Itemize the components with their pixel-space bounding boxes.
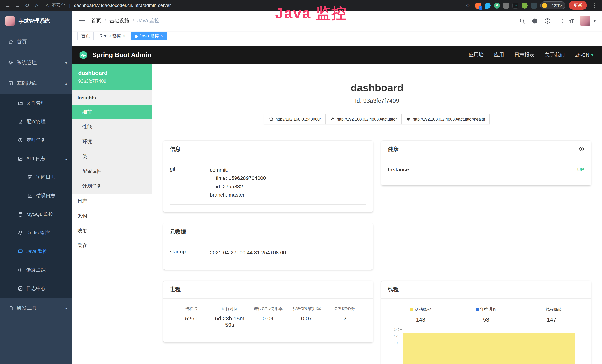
sba-nav-journal[interactable]: 日志报表 — [514, 52, 534, 58]
sba-logo-icon — [78, 50, 88, 60]
process-card: 进程 进程ID 5261 运行时间 — [163, 281, 373, 342]
sba-menu-logs[interactable]: 日志 — [72, 193, 152, 208]
sidebar-item-file-management[interactable]: 文件管理 — [0, 94, 72, 112]
sba-menu-jvm[interactable]: JVM — [72, 208, 152, 223]
sba-menu-caches[interactable]: 缓存 — [72, 238, 152, 253]
info-card-title: 信息 — [163, 140, 373, 158]
process-metrics-row: 进程ID 5261 运行时间 6d 23h 15m 59s — [170, 301, 366, 335]
sba-menu-classes[interactable]: 类 — [72, 149, 152, 164]
breadcrumb-infrastructure[interactable]: 基础设施 — [109, 17, 129, 24]
paused-label: 已暂停 — [549, 3, 562, 8]
sidebar-item-mysql-monitor[interactable]: MySQL 监控 — [0, 205, 72, 224]
profile-paused-badge[interactable]: 已暂停 — [540, 1, 566, 9]
threads-card: 线程 活动线程 1 — [381, 281, 591, 364]
sba-menu-environment[interactable]: 环境 — [72, 134, 152, 149]
bookmark-star-icon[interactable]: ☆ — [464, 2, 472, 9]
extension-icon[interactable] — [522, 2, 528, 8]
sba-menu-mappings[interactable]: 映射 — [72, 223, 152, 238]
font-size-icon[interactable]: TT — [569, 18, 574, 23]
sidebar-item-tracing[interactable]: 链路追踪 — [0, 261, 72, 279]
sba-menu-config-props[interactable]: 配置属性 — [72, 164, 152, 179]
threads-area-series — [403, 333, 575, 364]
close-icon[interactable]: × — [161, 33, 163, 39]
sidebar-item-api-logs[interactable]: API 日志 ▴ — [0, 150, 72, 168]
tab-redis-monitor[interactable]: Redis 监控 × — [96, 32, 129, 40]
annotation-text: Java 监控 — [275, 3, 347, 23]
extension-icon[interactable]: 1 — [475, 2, 481, 8]
kebab-menu-icon[interactable]: ⋮ — [590, 2, 599, 9]
active-tab-dot — [135, 35, 138, 38]
sidebar-item-error-logs[interactable]: 错误日志 — [0, 187, 72, 205]
history-refresh-icon[interactable] — [579, 146, 584, 152]
sba-menu-scheduled-tasks[interactable]: 计划任务 — [72, 179, 152, 193]
sidebar-item-home[interactable]: 首页 — [0, 32, 72, 52]
sidebar-item-access-logs[interactable]: 访问日志 — [0, 168, 72, 187]
eye-icon — [18, 268, 23, 273]
process-metric: CPU核心数 2 — [326, 306, 364, 328]
app-logo[interactable]: 芋道管理系统 — [0, 11, 72, 32]
search-icon[interactable] — [519, 18, 525, 24]
tab-home[interactable]: 首页 — [77, 32, 94, 40]
chevron-down-icon: ▾ — [65, 61, 67, 65]
extension-icon[interactable]: on — [512, 2, 518, 8]
avatar-caret-icon[interactable]: ▾ — [594, 19, 595, 23]
insights-section-label: Insights — [72, 90, 152, 105]
home-icon[interactable]: ⌂ — [33, 2, 41, 9]
process-metric: 系统CPU使用率 0.07 — [287, 306, 326, 328]
address-bar[interactable]: ⚠ 不安全 | dashboard.yudao.iocoder.cn/infra… — [45, 2, 171, 9]
health-instance-row: Instance UP — [388, 161, 584, 178]
sidebar-item-system-management[interactable]: 系统管理 ▾ — [0, 52, 72, 73]
sidebar-item-java-monitor[interactable]: Java 监控 — [0, 242, 72, 261]
chevron-down-icon: ▾ — [65, 306, 67, 310]
legend-swatch — [410, 308, 414, 311]
sba-menu-metrics[interactable]: 性能 — [72, 119, 152, 134]
extension-icon[interactable] — [503, 2, 509, 8]
sba-nav-wallboard[interactable]: 应用墙 — [469, 52, 484, 58]
update-button[interactable]: 更新 — [569, 1, 587, 10]
threads-card-title: 线程 — [381, 281, 591, 299]
legend-live-threads: 活动线程 143 — [388, 306, 453, 323]
log-icon — [18, 156, 23, 161]
metadata-card-title: 元数据 — [163, 223, 373, 241]
help-icon[interactable] — [544, 18, 550, 24]
user-avatar[interactable] — [580, 16, 590, 26]
sidebar-item-infrastructure[interactable]: 基础设施 ▴ — [0, 73, 72, 94]
sidebar-item-scheduled-jobs[interactable]: 定时任务 — [0, 131, 72, 150]
sba-header: Spring Boot Admin 应用墙 应用 日志报表 关于我们 zh-CN… — [72, 46, 602, 64]
sba-nav-applications[interactable]: 应用 — [494, 52, 504, 58]
sidebar-item-log-center[interactable]: 日志中心 — [0, 279, 72, 298]
instance-id-line: Id: 93a3fc7f7409 — [163, 97, 591, 104]
sba-nav: 应用墙 应用 日志报表 关于我们 zh-CN ▾ — [469, 52, 593, 58]
forward-icon[interactable]: → — [13, 2, 22, 9]
chevron-up-icon: ▴ — [65, 81, 67, 86]
layers-icon — [18, 230, 23, 236]
extensions-puzzle-icon[interactable] — [531, 2, 537, 8]
tab-java-monitor[interactable]: Java 监控 × — [131, 32, 167, 40]
sidebar-item-dev-tools[interactable]: 研发工具 ▾ — [0, 298, 72, 319]
reload-icon[interactable]: ↻ — [23, 2, 31, 9]
breadcrumb-home[interactable]: 首页 — [91, 17, 101, 24]
sidebar-item-config-management[interactable]: 配置管理 — [0, 112, 72, 131]
sba-menu-details[interactable]: 细节 — [72, 105, 152, 119]
close-icon[interactable]: × — [123, 33, 125, 39]
process-metric: 进程ID 5261 — [172, 306, 210, 328]
app-title: 芋道管理系统 — [19, 18, 50, 24]
extension-icon[interactable]: V — [494, 2, 500, 8]
fullscreen-icon[interactable] — [557, 18, 563, 24]
actuator-url-link[interactable]: http://192.168.0.2:48080/actuator — [325, 114, 402, 124]
sba-nav-about[interactable]: 关于我们 — [545, 52, 565, 58]
back-icon[interactable]: ← — [4, 2, 12, 9]
process-card-title: 进程 — [163, 281, 373, 299]
locale-select[interactable]: zh-CN ▾ — [575, 52, 593, 58]
sba-brand[interactable]: Spring Boot Admin — [78, 50, 151, 60]
breadcrumb-current: Java 监控 — [137, 17, 160, 24]
service-url-link[interactable]: http://192.168.0.2:48080/ — [264, 114, 326, 124]
log-icon — [18, 286, 23, 291]
hamburger-menu-icon[interactable] — [79, 18, 85, 23]
info-git-row: git commit: time: 1596289704000 id: 27aa… — [170, 161, 366, 204]
health-url-link[interactable]: http://192.168.0.2:48080/actuator/health — [401, 114, 490, 124]
instance-header[interactable]: dashboard 93a3fc7f7409 — [72, 64, 152, 90]
github-icon[interactable] — [532, 18, 538, 24]
extension-icon[interactable] — [485, 2, 491, 8]
sidebar-item-redis-monitor[interactable]: Redis 监控 — [0, 224, 72, 242]
